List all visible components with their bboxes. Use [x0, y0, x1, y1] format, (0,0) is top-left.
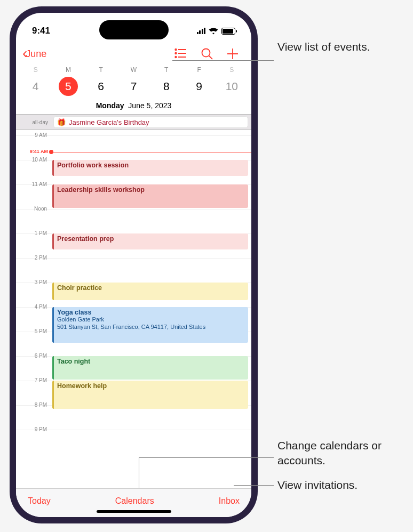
- hour-label: 8 PM: [16, 402, 50, 408]
- now-indicator: 9:41 AM: [16, 149, 48, 154]
- week-day[interactable]: 4: [19, 77, 52, 96]
- add-icon[interactable]: [227, 48, 239, 60]
- week-day[interactable]: 10: [216, 77, 248, 96]
- allday-event-title: Jasmine Garcia's Birthday: [69, 118, 149, 126]
- nav-bar: ‹ June: [16, 42, 251, 66]
- wifi-icon: [209, 28, 218, 35]
- cellular-icon: [197, 28, 206, 34]
- week-day[interactable]: 9: [182, 77, 215, 96]
- allday-row: all-day 🎁 Jasmine Garcia's Birthday: [16, 114, 251, 130]
- inbox-button[interactable]: Inbox: [219, 496, 240, 506]
- week-letter: T: [150, 66, 182, 74]
- calendar-event[interactable]: Taco night: [52, 356, 248, 380]
- hour-label: Noon: [16, 206, 50, 212]
- callout-calendars: Change calendars or accounts.: [277, 438, 413, 469]
- status-time: 9:41: [32, 26, 50, 36]
- list-view-icon[interactable]: [174, 48, 187, 59]
- calendar-event[interactable]: Homework help: [52, 381, 248, 409]
- hour-label: 5 PM: [16, 328, 50, 334]
- allday-event[interactable]: 🎁 Jasmine Garcia's Birthday: [53, 116, 248, 128]
- home-indicator: [97, 510, 171, 513]
- search-icon[interactable]: [201, 48, 213, 60]
- callout-list: View list of events.: [277, 39, 370, 54]
- week-letter: F: [182, 66, 215, 74]
- hour-label: 10 AM: [16, 157, 50, 163]
- date-header: Monday June 5, 2023: [16, 99, 251, 114]
- hour-label: 1 PM: [16, 230, 50, 236]
- hour-label: 6 PM: [16, 353, 50, 359]
- week-letters-row: SMTWTFS: [16, 66, 251, 74]
- week-day[interactable]: 5: [52, 77, 84, 96]
- calendars-button[interactable]: Calendars: [115, 496, 154, 506]
- week-days-row: 45678910: [16, 74, 251, 99]
- calendar-event[interactable]: Presentation prep: [52, 233, 248, 249]
- calendar-event[interactable]: Yoga classGolden Gate Park501 Stanyan St…: [52, 307, 248, 343]
- svg-line-7: [209, 56, 212, 59]
- calendar-event[interactable]: Leadership skills workshop: [52, 184, 248, 208]
- svg-point-6: [202, 49, 210, 57]
- callout-inbox: View invitations.: [277, 478, 358, 493]
- battery-icon: [221, 28, 235, 35]
- week-day[interactable]: 8: [150, 77, 182, 96]
- timeline[interactable]: 9 AM10 AM11 AMNoon1 PM2 PM3 PM4 PM5 PM6 …: [16, 130, 251, 488]
- allday-label: all-day: [16, 119, 53, 125]
- svg-point-3: [175, 49, 177, 51]
- hour-label: 9 PM: [16, 426, 50, 432]
- hour-label: 7 PM: [16, 377, 50, 383]
- calendar-event[interactable]: Choir practice: [52, 283, 248, 300]
- week-letter: W: [117, 66, 150, 74]
- back-label: June: [26, 49, 46, 60]
- week-letter: M: [52, 66, 84, 74]
- hour-label: 2 PM: [16, 255, 50, 261]
- dynamic-island: [99, 20, 169, 39]
- week-letter: S: [216, 66, 248, 74]
- hour-label: 9 AM: [16, 132, 50, 138]
- calendar-event[interactable]: Portfolio work session: [52, 160, 248, 176]
- hour-label: 3 PM: [16, 279, 50, 285]
- phone-frame: 9:41 ‹ June: [10, 6, 258, 523]
- back-button[interactable]: ‹ June: [22, 47, 174, 61]
- gift-icon: 🎁: [57, 118, 66, 126]
- hour-label: 4 PM: [16, 304, 50, 310]
- svg-point-5: [175, 57, 177, 58]
- status-indicators: [197, 28, 236, 35]
- week-day[interactable]: 6: [85, 77, 117, 96]
- svg-point-4: [175, 53, 177, 54]
- week-day[interactable]: 7: [117, 77, 150, 96]
- hour-label: 11 AM: [16, 181, 50, 187]
- week-letter: S: [19, 66, 52, 74]
- today-button[interactable]: Today: [28, 496, 51, 506]
- phone-screen: 9:41 ‹ June: [16, 13, 251, 517]
- week-letter: T: [85, 66, 117, 74]
